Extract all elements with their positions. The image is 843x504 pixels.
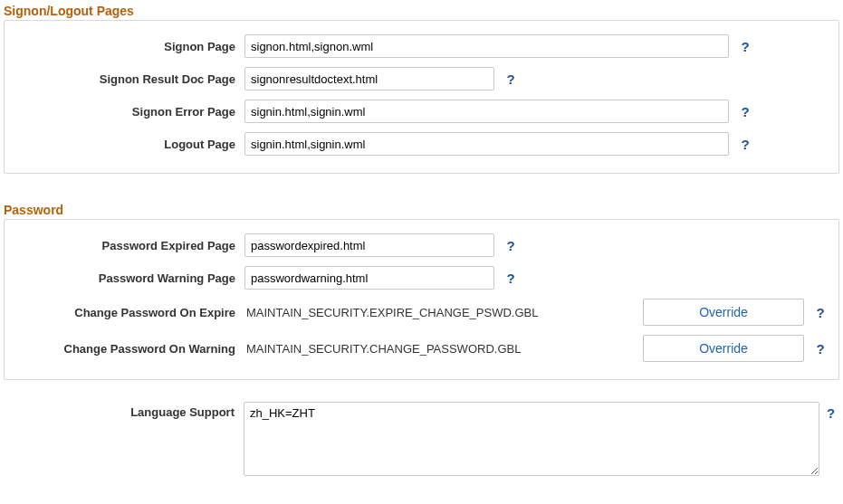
help-icon[interactable]: ? bbox=[729, 137, 754, 152]
change-on-warning-value: MAINTAIN_SECURITY.CHANGE_PASSWORD.GBL bbox=[244, 342, 521, 356]
change-on-expire-value: MAINTAIN_SECURITY.EXPIRE_CHANGE_PSWD.GBL bbox=[244, 306, 538, 319]
signon-page-input[interactable] bbox=[244, 34, 729, 58]
language-support-label: Language Support bbox=[13, 402, 244, 419]
password-expired-label: Password Expired Page bbox=[14, 239, 244, 252]
password-section-title: Password bbox=[0, 199, 843, 219]
password-warning-label: Password Warning Page bbox=[14, 271, 244, 285]
change-on-warning-row: Change Password On Warning MAINTAIN_SECU… bbox=[14, 330, 829, 366]
password-expired-input[interactable] bbox=[244, 233, 494, 257]
help-icon[interactable]: ? bbox=[494, 271, 520, 286]
logout-page-label: Logout Page bbox=[14, 138, 244, 151]
signon-page-row: Signon Page ? bbox=[14, 30, 829, 62]
signon-error-label: Signon Error Page bbox=[14, 105, 244, 119]
language-support-row: Language Support ? bbox=[0, 396, 843, 484]
signon-result-input[interactable] bbox=[244, 67, 494, 90]
language-support-textarea[interactable] bbox=[244, 402, 819, 476]
signon-error-input[interactable] bbox=[244, 100, 729, 123]
help-icon[interactable]: ? bbox=[804, 305, 829, 320]
change-on-expire-row: Change Password On Expire MAINTAIN_SECUR… bbox=[14, 294, 829, 330]
help-icon[interactable]: ? bbox=[494, 238, 520, 253]
help-icon[interactable]: ? bbox=[729, 104, 754, 119]
signon-result-row: Signon Result Doc Page ? bbox=[14, 62, 829, 95]
help-icon[interactable]: ? bbox=[819, 402, 835, 421]
help-icon[interactable]: ? bbox=[804, 341, 829, 357]
help-icon[interactable]: ? bbox=[494, 71, 520, 87]
password-expired-row: Password Expired Page ? bbox=[14, 229, 829, 262]
password-warning-row: Password Warning Page ? bbox=[14, 262, 829, 294]
logout-page-input[interactable] bbox=[244, 132, 729, 156]
change-on-warning-label: Change Password On Warning bbox=[14, 342, 244, 356]
logout-page-row: Logout Page ? bbox=[14, 128, 829, 160]
change-on-expire-label: Change Password On Expire bbox=[14, 306, 244, 319]
signon-error-row: Signon Error Page ? bbox=[14, 95, 829, 128]
override-expire-button[interactable]: Override bbox=[643, 299, 804, 326]
help-icon[interactable]: ? bbox=[729, 39, 754, 54]
password-warning-input[interactable] bbox=[244, 266, 494, 290]
signon-section-title: Signon/Logout Pages bbox=[0, 0, 843, 20]
signon-section-box: Signon Page ? Signon Result Doc Page ? S… bbox=[4, 20, 839, 174]
password-section-box: Password Expired Page ? Password Warning… bbox=[4, 219, 839, 380]
override-warning-button[interactable]: Override bbox=[643, 335, 804, 362]
signon-page-label: Signon Page bbox=[14, 40, 244, 53]
signon-result-label: Signon Result Doc Page bbox=[14, 72, 244, 86]
